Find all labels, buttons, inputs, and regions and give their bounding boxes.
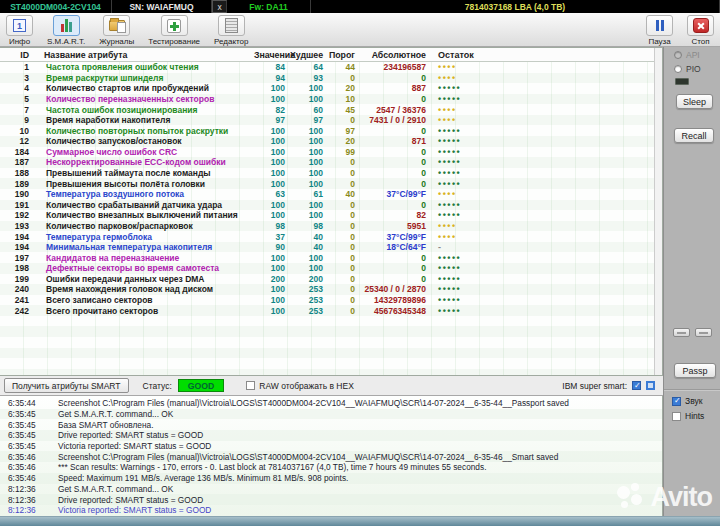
toolbar-button-journals[interactable]: Журналы: [99, 15, 134, 46]
smart-attribute-row[interactable]: 198Дефектные секторы во время самотеста1…: [0, 263, 654, 274]
attribute-id: 197: [0, 253, 34, 263]
smart-attribute-row[interactable]: 187Нескорректированные ECC-кодом ошибки1…: [0, 157, 654, 168]
attribute-threshold: 0: [328, 115, 360, 125]
attribute-threshold: 0: [328, 168, 360, 178]
smart-attribute-row[interactable]: 184Суммарное число ошибок CRC100100990••…: [0, 147, 654, 158]
sound-checkbox-row[interactable]: Звук: [672, 396, 702, 406]
smart-attribute-row[interactable]: 197Кандидатов на переназначение10010000•…: [0, 252, 654, 263]
col-header-name[interactable]: Название атрибута: [34, 50, 254, 60]
smart-attribute-row[interactable]: 190Температура воздушного потока63614037…: [0, 189, 654, 200]
attribute-health-dots: •••••: [430, 126, 654, 136]
log-line: 6:35:45База SMART обновлена.: [0, 419, 662, 430]
col-header-id[interactable]: ID: [0, 50, 34, 60]
table-scrollbar[interactable]: [654, 48, 662, 375]
attribute-id: 194: [0, 232, 34, 242]
attribute-id: 241: [0, 295, 34, 305]
attribute-id: 191: [0, 200, 34, 210]
ibm-super-smart-checkbox[interactable]: [632, 381, 641, 390]
smart-attribute-row[interactable]: 241Всего записано секторов10025301432978…: [0, 295, 654, 306]
smart-attribute-row[interactable]: 192Количество внезапных выключений питан…: [0, 210, 654, 221]
attribute-value: 97: [254, 115, 290, 125]
pause-label: Пауза: [648, 37, 670, 46]
toolbar-button-editor[interactable]: Редактор: [214, 15, 248, 46]
toolbar-button-testing[interactable]: Тестирование: [148, 15, 200, 46]
smart-attribute-row[interactable]: 193Количество парковок/распарковок989805…: [0, 221, 654, 232]
attribute-raw-value: 0: [360, 126, 430, 136]
sleep-button[interactable]: Sleep: [676, 94, 713, 109]
attribute-worst: 93: [290, 73, 328, 83]
smart-attribute-row[interactable]: 194Температура гермоблока3740037°C/99°F•…: [0, 231, 654, 242]
smart-attribute-row[interactable]: 7Частота ошибок позиционирования82604525…: [0, 104, 654, 115]
attribute-id: 190: [0, 189, 34, 199]
smart-attribute-row[interactable]: 1Частота проявления ошибок чтения8464442…: [0, 62, 654, 73]
log-message: Screenshot C:\Program Files (manual)\Vic…: [46, 452, 558, 462]
get-smart-attributes-button[interactable]: Получить атрибуты SMART: [4, 378, 129, 393]
smart-attribute-row[interactable]: 9Время наработки накопителя979707431 / 0…: [0, 115, 654, 126]
attribute-threshold: 0: [328, 73, 360, 83]
sound-checkbox[interactable]: [672, 397, 681, 406]
attribute-raw-value: 82: [360, 210, 430, 220]
attribute-value: 98: [254, 221, 290, 231]
log-message: Speed: Maximum 191 MB/s. Average 136 MB/…: [46, 473, 348, 483]
attribute-value: 100: [254, 126, 290, 136]
hints-checkbox-row[interactable]: Hints: [672, 411, 704, 421]
log-line: 6:35:44Screenshot C:\Program Files (manu…: [0, 398, 662, 409]
toolbar-button-smart[interactable]: S.M.A.R.T.: [47, 15, 85, 46]
hints-checkbox[interactable]: [672, 412, 681, 421]
drive-model: ST4000DM004-2CV104: [0, 0, 112, 13]
log-line: 6:35:45Get S.M.A.R.T. command... OK: [0, 409, 662, 420]
passport-button[interactable]: Passp: [674, 363, 716, 378]
smart-attribute-row[interactable]: 189Превышения высоты полёта головки10010…: [0, 178, 654, 189]
close-drive-button[interactable]: x: [212, 0, 227, 13]
attribute-threshold: 99: [328, 147, 360, 157]
toolbar-button-label: Инфо: [9, 37, 30, 46]
col-header-worst[interactable]: Худшее: [290, 50, 328, 60]
editor-grid-icon: [225, 18, 238, 33]
hints-label: Hints: [685, 411, 704, 421]
smart-attribute-row[interactable]: 5Количество переназначенных секторов1001…: [0, 94, 654, 105]
attribute-value: 94: [254, 73, 290, 83]
attribute-worst: 100: [290, 210, 328, 220]
smart-attribute-row[interactable]: 194Минимальная температура накопителя904…: [0, 242, 654, 253]
attribute-name: Количество внезапных выключений питания: [34, 210, 254, 220]
small-button-1[interactable]: [673, 328, 690, 337]
log-time: 8:12:36: [0, 495, 46, 505]
api-radio[interactable]: API: [674, 50, 700, 60]
smart-attribute-row[interactable]: 12Количество запусков/остановок100100208…: [0, 136, 654, 147]
pio-radio[interactable]: PIO: [674, 64, 701, 74]
raw-hex-checkbox[interactable]: [246, 381, 255, 390]
attribute-name: Время раскрутки шпинделя: [34, 73, 254, 83]
col-header-health[interactable]: Остаток: [430, 50, 654, 60]
attribute-threshold: 10: [328, 94, 360, 104]
smart-attribute-row[interactable]: 191Количество срабатываний датчика удара…: [0, 200, 654, 211]
log-time: 6:35:45: [0, 409, 46, 419]
log-panel[interactable]: 6:35:44Screenshot C:\Program Files (manu…: [0, 396, 663, 516]
attribute-name: Превышения высоты полёта головки: [34, 179, 254, 189]
attribute-health-dots: •••••: [430, 83, 654, 93]
stop-button[interactable]: Стоп: [687, 15, 714, 46]
smart-attribute-row[interactable]: 3Время раскрутки шпинделя949300••••: [0, 73, 654, 84]
attribute-id: 9: [0, 115, 34, 125]
attribute-id: 240: [0, 284, 34, 294]
smart-attribute-row[interactable]: 199Ошибки передачи данных через DMA20020…: [0, 274, 654, 285]
smart-attribute-row[interactable]: 10Количество повторных попыток раскрутки…: [0, 125, 654, 136]
attribute-threshold: 97: [328, 126, 360, 136]
toolbar: 1ИнфоS.M.A.R.T.ЖурналыТестированиеРедакт…: [0, 13, 720, 47]
col-header-threshold[interactable]: Порог: [328, 50, 360, 60]
smart-attribute-row[interactable]: 240Время нахождения головок над диском10…: [0, 284, 654, 295]
attribute-raw-value: 0: [360, 157, 430, 167]
smart-attribute-row[interactable]: 188Превышений таймаута после команды1001…: [0, 168, 654, 179]
recall-button[interactable]: Recall: [674, 128, 714, 143]
smart-attribute-row[interactable]: 4Количество стартов или пробуждений10010…: [0, 83, 654, 94]
toolbar-button-label: S.M.A.R.T.: [47, 37, 85, 46]
pause-button[interactable]: Пауза: [646, 15, 673, 46]
toolbar-button-info[interactable]: 1Инфо: [6, 15, 33, 46]
col-header-raw[interactable]: Абсолютное: [360, 50, 430, 60]
smart-table: ID Название атрибута Значение Худшее Пор…: [0, 47, 663, 376]
attribute-raw-value: 25340 / 0 / 2870: [360, 284, 430, 294]
smart-attribute-row[interactable]: 242Всего прочитано секторов1002530456763…: [0, 305, 654, 316]
small-button-2[interactable]: [695, 328, 712, 337]
attribute-health-dots: ••••: [430, 73, 654, 83]
col-header-value[interactable]: Значение: [254, 50, 290, 60]
ibm-super-smart-secondary-checkbox[interactable]: [646, 381, 655, 390]
